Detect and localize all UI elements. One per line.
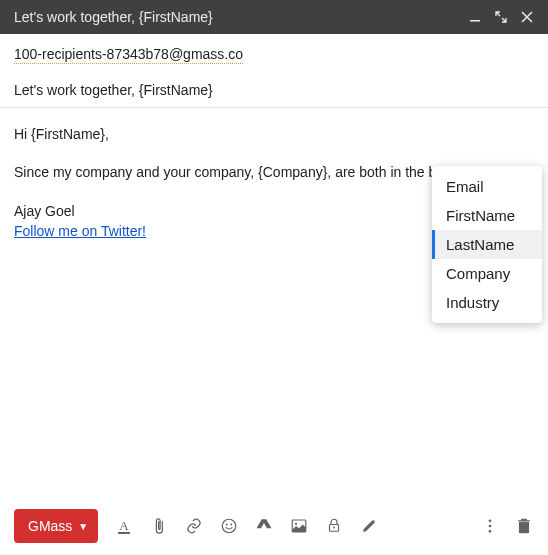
svg-point-10 [489,519,492,522]
attach-icon[interactable] [149,516,169,536]
autocomplete-item-company[interactable]: Company [432,259,542,288]
svg-point-4 [226,524,228,526]
pen-icon[interactable] [359,516,379,536]
drive-icon[interactable] [254,516,274,536]
svg-text:A: A [120,518,130,533]
image-icon[interactable] [289,516,309,536]
gmass-button[interactable]: GMass ▼ [14,509,98,543]
compose-toolbar: GMass ▼ A [0,499,548,555]
compose-header: Let's work together, {FirstName} [0,0,548,34]
twitter-link[interactable]: Follow me on Twitter! [14,223,146,239]
autocomplete-item-email[interactable]: Email [432,172,542,201]
recipients-field[interactable]: 100-recipients-87343b78@gmass.co [0,34,548,70]
body-greeting: Hi {FirstName}, [14,124,534,144]
emoji-icon[interactable] [219,516,239,536]
expand-icon[interactable] [494,10,508,24]
autocomplete-item-industry[interactable]: Industry [432,288,542,317]
svg-point-7 [295,523,297,525]
autocomplete-item-firstname[interactable]: FirstName [432,201,542,230]
confidential-icon[interactable] [324,516,344,536]
link-icon[interactable] [184,516,204,536]
svg-rect-2 [118,532,130,534]
window-title: Let's work together, {FirstName} [14,9,468,25]
merge-field-autocomplete: Email FirstName LastName Company Industr… [432,166,542,323]
svg-point-5 [231,524,233,526]
recipient-address: 100-recipients-87343b78@gmass.co [14,46,243,64]
svg-point-3 [223,519,237,533]
minimize-icon[interactable] [468,10,482,24]
svg-point-11 [489,525,492,528]
gmass-button-label: GMass [28,518,72,534]
svg-rect-0 [470,20,480,22]
subject-field[interactable]: Let's work together, {FirstName} [0,70,548,108]
more-options-icon[interactable] [480,516,500,536]
svg-point-9 [333,527,335,529]
autocomplete-item-lastname[interactable]: LastName [432,230,542,259]
svg-point-12 [489,530,492,533]
caret-down-icon: ▼ [78,521,88,532]
close-icon[interactable] [520,10,534,24]
trash-icon[interactable] [514,516,534,536]
format-text-icon[interactable]: A [114,516,134,536]
